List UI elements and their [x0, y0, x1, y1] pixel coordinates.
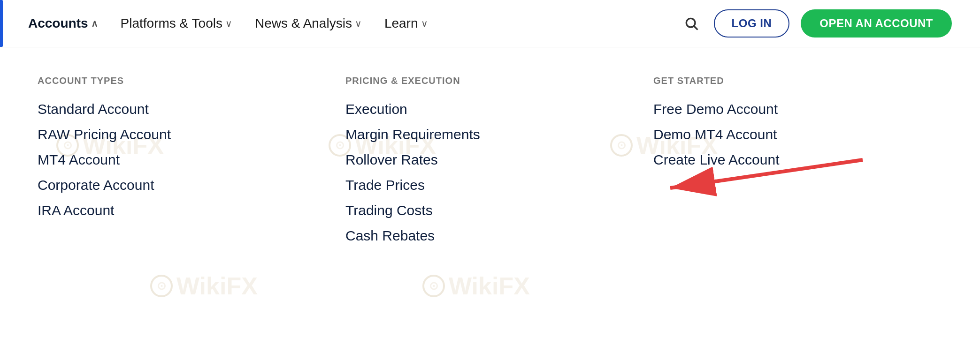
rollover-rates-link[interactable]: Rollover Rates	[345, 152, 616, 168]
cash-rebates-link[interactable]: Cash Rebates	[345, 228, 616, 244]
margin-requirements-link[interactable]: Margin Requirements	[345, 127, 616, 143]
nav-platforms[interactable]: Platforms & Tools ∨	[121, 16, 232, 31]
dropdown-menu: ACCOUNT TYPES Standard Account RAW Prici…	[0, 47, 980, 281]
news-chevron-down-icon: ∨	[355, 18, 362, 29]
trade-prices-link[interactable]: Trade Prices	[345, 177, 616, 193]
login-button[interactable]: LOG IN	[714, 9, 790, 38]
raw-pricing-account-link[interactable]: RAW Pricing Account	[38, 127, 308, 143]
trading-costs-link[interactable]: Trading Costs	[345, 203, 616, 218]
active-indicator-bar	[0, 0, 3, 47]
free-demo-account-link[interactable]: Free Demo Account	[653, 101, 924, 117]
search-icon	[684, 16, 699, 31]
nav-learn-label: Learn	[384, 16, 418, 31]
platforms-chevron-down-icon: ∨	[225, 18, 232, 29]
nav-news-label: News & Analysis	[255, 16, 352, 31]
nav-learn[interactable]: Learn ∨	[384, 16, 428, 31]
create-live-account-link[interactable]: Create Live Account	[653, 152, 924, 168]
nav-accounts[interactable]: Accounts ∧	[28, 16, 98, 31]
open-account-button[interactable]: OPEN AN ACCOUNT	[801, 9, 952, 38]
ira-account-link[interactable]: IRA Account	[38, 203, 308, 218]
get-started-heading: GET STARTED	[653, 75, 924, 86]
navbar: Accounts ∧ Platforms & Tools ∨ News & An…	[0, 0, 980, 47]
pricing-execution-column: PRICING & EXECUTION Execution Margin Req…	[327, 75, 635, 253]
mt4-account-link[interactable]: MT4 Account	[38, 152, 308, 168]
execution-link[interactable]: Execution	[345, 101, 616, 117]
svg-point-0	[686, 18, 695, 27]
accounts-chevron-up-icon: ∧	[91, 18, 98, 29]
nav-accounts-label: Accounts	[28, 16, 88, 31]
pricing-execution-heading: PRICING & EXECUTION	[345, 75, 616, 86]
search-button[interactable]	[680, 12, 703, 35]
nav-platforms-label: Platforms & Tools	[121, 16, 222, 31]
corporate-account-link[interactable]: Corporate Account	[38, 177, 308, 193]
standard-account-link[interactable]: Standard Account	[38, 101, 308, 117]
account-types-heading: ACCOUNT TYPES	[38, 75, 308, 86]
nav-news[interactable]: News & Analysis ∨	[255, 16, 362, 31]
demo-mt4-account-link[interactable]: Demo MT4 Account	[653, 127, 924, 143]
nav-right: LOG IN OPEN AN ACCOUNT	[680, 9, 952, 38]
get-started-column: GET STARTED Free Demo Account Demo MT4 A…	[635, 75, 942, 253]
learn-chevron-down-icon: ∨	[421, 18, 428, 29]
account-types-column: ACCOUNT TYPES Standard Account RAW Prici…	[38, 75, 327, 253]
svg-line-1	[694, 26, 697, 30]
nav-left: Accounts ∧ Platforms & Tools ∨ News & An…	[28, 16, 428, 31]
